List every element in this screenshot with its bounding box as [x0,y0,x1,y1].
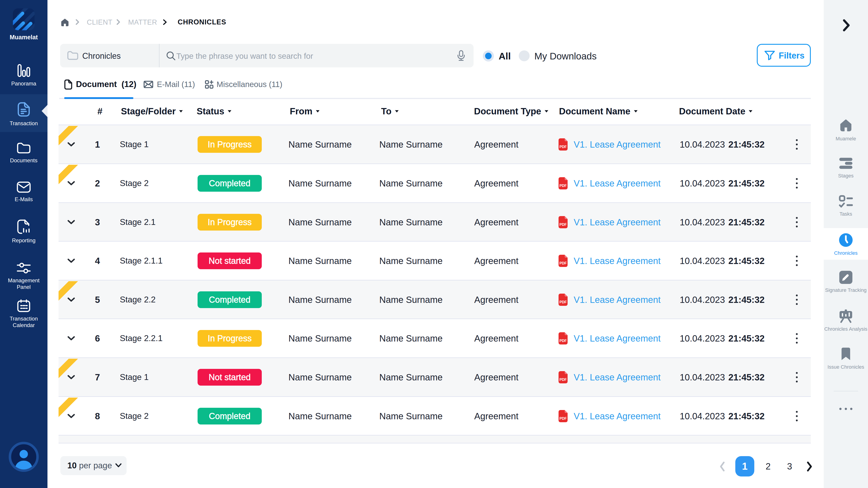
svg-text:PDF: PDF [559,378,567,382]
svg-text:PDF: PDF [559,261,567,265]
svg-text:PDF: PDF [559,145,567,149]
svg-text:PDF: PDF [559,184,567,188]
svg-text:PDF: PDF [559,300,567,304]
svg-text:PDF: PDF [559,417,567,420]
svg-text:PDF: PDF [559,223,567,226]
svg-text:PDF: PDF [559,339,567,343]
